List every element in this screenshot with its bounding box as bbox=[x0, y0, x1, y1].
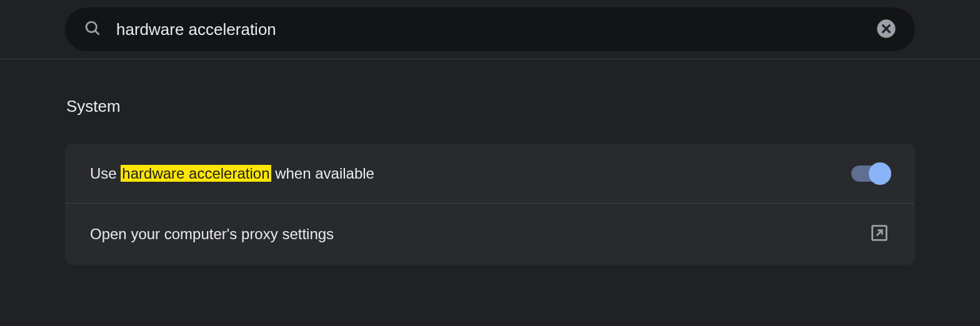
proxy-settings-row[interactable]: Open your computer's proxy settings bbox=[65, 204, 915, 265]
hardware-acceleration-toggle[interactable] bbox=[851, 165, 890, 182]
hardware-acceleration-label: Use hardware acceleration when available bbox=[90, 165, 374, 182]
svg-line-1 bbox=[95, 31, 99, 34]
clear-search-button[interactable] bbox=[876, 19, 896, 41]
svg-point-0 bbox=[86, 22, 96, 32]
search-icon bbox=[84, 19, 101, 39]
proxy-settings-label: Open your computer's proxy settings bbox=[90, 225, 334, 243]
external-link-icon bbox=[869, 222, 890, 246]
search-input[interactable] bbox=[116, 20, 876, 39]
settings-card: Use hardware acceleration when available… bbox=[65, 144, 915, 265]
section-title: System bbox=[65, 97, 915, 116]
settings-content: System Use hardware acceleration when av… bbox=[65, 59, 915, 265]
search-bar-container bbox=[0, 0, 980, 59]
search-highlight: hardware acceleration bbox=[121, 165, 271, 182]
hardware-acceleration-row: Use hardware acceleration when available bbox=[65, 144, 915, 204]
close-icon bbox=[876, 19, 896, 41]
search-bar bbox=[65, 7, 915, 51]
